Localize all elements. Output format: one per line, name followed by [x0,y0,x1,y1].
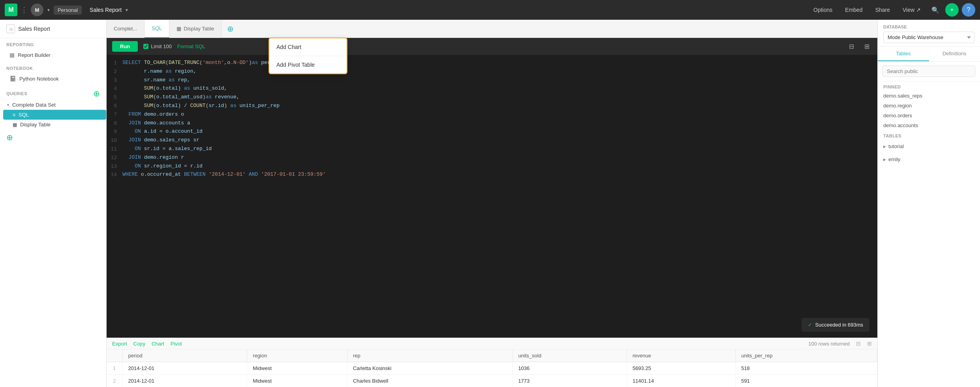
col-units-per-rep: units_per_rep [736,349,877,362]
chart-button[interactable]: Chart [152,341,164,347]
export-button[interactable]: Export [112,341,127,347]
report-title[interactable]: Sales Report [90,7,122,13]
help-button[interactable]: ? [962,3,975,17]
add-button[interactable]: + [945,3,959,17]
line-num-12: 12 [107,154,122,162]
tab-complete[interactable]: Complet... [107,20,145,38]
sidebar-item-python-notebook[interactable]: 📓 Python Notebook [6,73,100,84]
database-select[interactable]: Mode Public Warehouse [883,32,974,43]
sidebar-item-report-builder[interactable]: ▦ Report Builder [6,49,100,60]
sidebar-item-display-table[interactable]: ▦ Display Table [3,120,106,130]
display-table-icon: ▦ [13,122,17,128]
row-1-region: Midwest [247,362,347,375]
pinned-item-region[interactable]: demo.region [878,101,980,111]
line-num-11: 11 [107,145,122,154]
results-table: period region rep units_sold revenue uni… [107,349,877,387]
tab-complete-label: Complet... [114,26,137,32]
tab-definitions[interactable]: Definitions [929,47,980,61]
add-query-circle-icon: ⊕ [6,133,13,142]
pinned-item-orders[interactable]: demo.orders [878,111,980,120]
report-builder-label: Report Builder [18,52,51,58]
sql-label: SQL [19,112,29,118]
col-row-num [107,349,122,362]
row-1-units-per-rep: 518 [736,362,877,375]
view-button[interactable]: View ↗ [898,4,926,15]
results-minimize-icon[interactable]: ⊟ [856,340,861,347]
tab-display-table[interactable]: ▦ Display Table [169,20,222,38]
minimize-icon[interactable]: ⊟ [847,42,856,51]
limit-checkbox[interactable] [143,44,148,49]
share-button[interactable]: Share [871,4,895,15]
copy-button[interactable]: Copy [133,341,145,347]
success-check-icon: ✓ [808,322,812,328]
display-table-label: Display Table [20,122,51,128]
results-maximize-icon[interactable]: ⊞ [867,340,872,347]
run-button[interactable]: Run [112,41,138,52]
dropdown-menu: Add Chart Add Pivot Table [268,38,347,74]
group-arrow-icon: ▼ [6,103,10,107]
rows-returned-count: 100 rows returned [808,341,850,347]
row-2-region: Midwest [247,375,347,387]
pivot-button[interactable]: Pivot [171,341,182,347]
embed-button[interactable]: Embed [840,4,867,15]
search-input[interactable] [882,66,975,77]
sql-toolbar: Run Limit 100 Format SQL ⊟ ⊞ [107,38,877,55]
app-logo[interactable]: M [5,4,17,16]
sidebar-item-sql[interactable]: ≡ SQL [3,110,106,120]
line-num-9: 9 [107,128,122,136]
user-avatar[interactable]: M [31,4,43,16]
editor-container: Run Limit 100 Format SQL ⊟ ⊞ 1 SELECT TO… [107,38,877,387]
database-section: Database Mode Public Warehouse [878,20,980,47]
line-code-1: SELECT TO_CHAR(DATE_TRUNC('month',o…N-DD… [122,59,877,67]
tables-group-emily-header[interactable]: ▶ emily [878,154,980,164]
personal-label[interactable]: Personal [54,6,82,15]
tables-group-emily: ▶ emily [878,153,980,166]
code-line-10: 10 JOIN demo.sales_reps sr [107,136,877,145]
success-toast: ✓ Succeeded in 693ms [802,318,869,332]
col-revenue: revenue [627,349,735,362]
pinned-item-sales-reps[interactable]: demo.sales_reps [878,91,980,101]
tables-group-tutorial-header[interactable]: ▶ tutorial [878,141,980,151]
line-num-5: 5 [107,93,122,102]
line-num-4: 4 [107,85,122,93]
code-editor[interactable]: 1 SELECT TO_CHAR(DATE_TRUNC('month',o…N-… [107,55,877,338]
limit-label: Limit 100 [151,43,172,49]
pinned-item-accounts[interactable]: demo.accounts [878,120,980,130]
tutorial-arrow-icon: ▶ [883,145,886,148]
search-button[interactable]: 🔍 [929,3,942,17]
nav-separator [85,7,86,13]
format-sql-button[interactable]: Format SQL [177,43,205,49]
add-query-row[interactable]: ⊕ [0,130,106,145]
right-tabs: Tables Definitions [878,47,980,62]
line-code-8: JOIN demo.accounts a [122,119,877,128]
tab-tables[interactable]: Tables [878,47,929,61]
add-chart-item[interactable]: Add Chart [269,38,347,56]
tables-section-title: TABLES [878,130,980,140]
right-sidebar: Database Mode Public Warehouse Tables De… [877,20,980,387]
add-pivot-table-item[interactable]: Add Pivot Table [269,56,347,73]
sidebar-toggle[interactable]: ◁ [6,24,15,33]
emily-arrow-icon: ▶ [883,158,886,162]
add-query-button[interactable]: ⊕ [93,90,100,98]
sidebar-reporting-section: REPORTING ▦ Report Builder [0,38,106,62]
tab-bar: Complet... SQL ▦ Display Table ⊕ [107,20,877,38]
code-line-5: 5 SUM(o.total_amt_usd)as revenue, [107,93,877,102]
avatar-dropdown-arrow[interactable]: ▼ [47,8,51,12]
tab-sql[interactable]: SQL [145,20,169,38]
results-bar: Export Copy Chart Pivot 100 rows returne… [107,338,877,349]
content-area: Complet... SQL ▦ Display Table ⊕ Run Lim… [107,20,877,387]
nav-dots[interactable]: ⋮ [21,6,28,14]
add-tab-button[interactable]: ⊕ [222,20,239,38]
sidebar-group-header[interactable]: ▼ Complete Data Set [0,100,106,110]
line-code-7: FROM demo.orders o [122,111,877,119]
line-num-10: 10 [107,136,122,145]
report-dropdown-arrow[interactable]: ▼ [125,8,129,12]
code-line-13: 13 ON sr.region_id = r.id [107,162,877,171]
line-num-3: 3 [107,76,122,85]
options-button[interactable]: Options [809,4,837,15]
line-code-6: SUM(o.total) / COUNT(sr.id) as units_per… [122,102,877,110]
row-1-units-sold: 1036 [513,362,627,375]
row-2-period: 2014-12-01 [122,375,247,387]
maximize-icon[interactable]: ⊞ [862,42,872,51]
search-section [878,62,980,81]
